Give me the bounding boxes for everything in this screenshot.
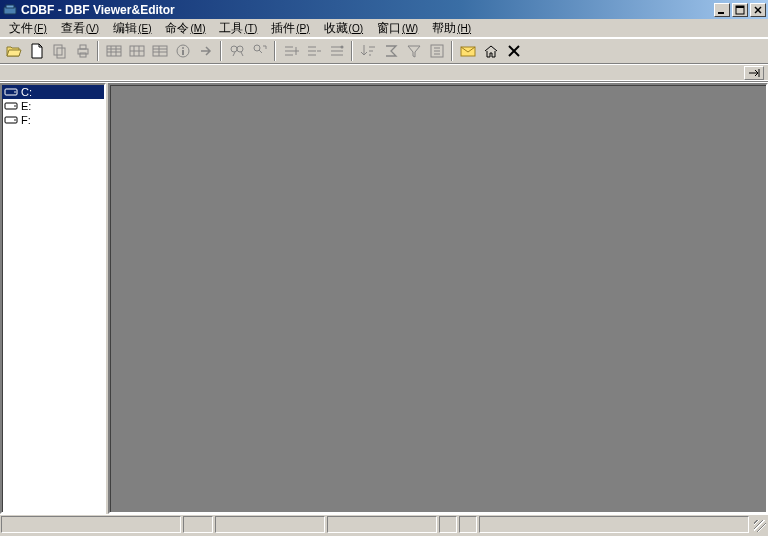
menu-favorites[interactable]: 收藏(O) xyxy=(317,19,370,38)
duplicate-button[interactable] xyxy=(48,40,71,62)
drive-item-c[interactable]: C: xyxy=(2,85,104,99)
status-panel xyxy=(327,516,437,533)
svg-line-31 xyxy=(241,52,243,56)
grid-button-2[interactable] xyxy=(125,40,148,62)
home-button[interactable] xyxy=(479,40,502,62)
pin-button[interactable] xyxy=(744,66,764,80)
drive-icon xyxy=(4,86,19,98)
status-panel xyxy=(183,516,213,533)
svg-rect-7 xyxy=(54,45,62,55)
menu-tools[interactable]: 工具(T) xyxy=(212,19,264,38)
menu-view[interactable]: 查看(V) xyxy=(54,19,106,38)
insert-row-button[interactable] xyxy=(279,40,302,62)
svg-point-61 xyxy=(14,119,16,121)
toolbar-separator xyxy=(97,41,99,61)
svg-point-26 xyxy=(182,47,184,49)
menu-plugin[interactable]: 插件(P) xyxy=(264,19,316,38)
svg-point-44 xyxy=(340,46,343,49)
sub-toolbar xyxy=(0,64,768,82)
minimize-button[interactable] xyxy=(714,3,730,17)
svg-rect-12 xyxy=(107,46,121,56)
svg-rect-10 xyxy=(80,45,86,49)
status-panel xyxy=(459,516,477,533)
new-button[interactable] xyxy=(25,40,48,62)
drive-label: F: xyxy=(21,114,31,126)
toolbar xyxy=(0,38,768,64)
drive-item-e[interactable]: E: xyxy=(2,99,104,113)
toolbar-separator xyxy=(274,41,276,61)
print-button[interactable] xyxy=(71,40,94,62)
mail-button[interactable] xyxy=(456,40,479,62)
toolbar-separator xyxy=(451,41,453,61)
replace-button[interactable] xyxy=(248,40,271,62)
sort-desc-button[interactable] xyxy=(356,40,379,62)
menu-command[interactable]: 命令(M) xyxy=(158,19,212,38)
drive-icon xyxy=(4,114,19,126)
maximize-button[interactable] xyxy=(732,3,748,17)
edit-row-button[interactable] xyxy=(325,40,348,62)
content-pane xyxy=(108,83,768,514)
forward-button[interactable] xyxy=(194,40,217,62)
toolbar-separator xyxy=(351,41,353,61)
menu-edit[interactable]: 编辑(E) xyxy=(106,19,158,38)
svg-rect-8 xyxy=(57,48,65,58)
drive-label: E: xyxy=(21,100,31,112)
status-bar xyxy=(0,514,768,534)
window-title: CDBF - DBF Viewer&Editor xyxy=(21,3,712,17)
menu-window[interactable]: 窗口(W) xyxy=(370,19,425,38)
open-button[interactable] xyxy=(2,40,25,62)
svg-line-30 xyxy=(233,52,235,56)
status-panel-main xyxy=(1,516,181,533)
status-panel xyxy=(215,516,325,533)
toolbar-separator xyxy=(220,41,222,61)
status-panel xyxy=(439,516,457,533)
app-icon xyxy=(2,2,18,18)
sum-button[interactable] xyxy=(379,40,402,62)
status-panel xyxy=(479,516,749,533)
delete-row-button[interactable] xyxy=(302,40,325,62)
drive-tree[interactable]: C: E: F: xyxy=(0,83,106,514)
drive-icon xyxy=(4,100,19,112)
close-button[interactable] xyxy=(750,3,766,17)
info-button[interactable] xyxy=(171,40,194,62)
svg-point-29 xyxy=(237,46,243,52)
grid-button-1[interactable] xyxy=(102,40,125,62)
svg-point-59 xyxy=(14,105,16,107)
find-button[interactable] xyxy=(225,40,248,62)
svg-rect-1 xyxy=(6,5,14,8)
title-bar: CDBF - DBF Viewer&Editor xyxy=(0,0,768,19)
drive-item-f[interactable]: F: xyxy=(2,113,104,127)
settings-button[interactable] xyxy=(425,40,448,62)
filter-button[interactable] xyxy=(402,40,425,62)
menu-bar: 文件(F) 查看(V) 编辑(E) 命令(M) 工具(T) 插件(P) 收藏(O… xyxy=(0,19,768,38)
svg-point-28 xyxy=(231,46,237,52)
work-area: C: E: F: xyxy=(0,82,768,514)
menu-help[interactable]: 帮助(H) xyxy=(425,19,478,38)
svg-point-57 xyxy=(14,91,16,93)
close-all-button[interactable] xyxy=(502,40,525,62)
form-button[interactable] xyxy=(148,40,171,62)
resize-grip[interactable] xyxy=(751,516,767,533)
svg-rect-21 xyxy=(153,46,167,56)
drive-label: C: xyxy=(21,86,32,98)
svg-line-33 xyxy=(259,50,262,53)
menu-file[interactable]: 文件(F) xyxy=(2,19,54,38)
